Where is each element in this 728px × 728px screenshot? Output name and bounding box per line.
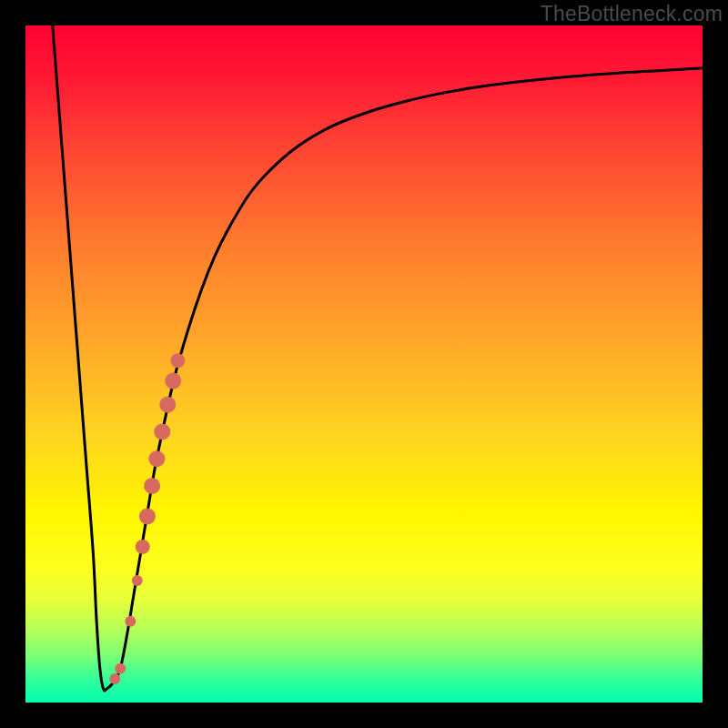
highlight-marker: [144, 478, 160, 494]
highlight-marker: [115, 663, 126, 674]
highlight-marker: [170, 353, 185, 368]
highlight-marker: [148, 450, 165, 467]
curve-layer: [25, 25, 703, 703]
highlight-marker: [109, 673, 120, 684]
highlight-marker: [132, 575, 143, 586]
highlight-marker: [159, 397, 176, 413]
highlight-marker: [165, 373, 181, 389]
highlight-marker: [154, 423, 170, 440]
bottleneck-curve: [53, 25, 703, 691]
highlight-marker: [125, 616, 136, 627]
highlight-marker: [139, 508, 156, 524]
attribution-text: TheBottleneck.com: [541, 2, 723, 26]
plot-area: [25, 25, 703, 703]
chart-frame: TheBottleneck.com: [0, 0, 728, 728]
highlight-marker: [136, 540, 150, 554]
